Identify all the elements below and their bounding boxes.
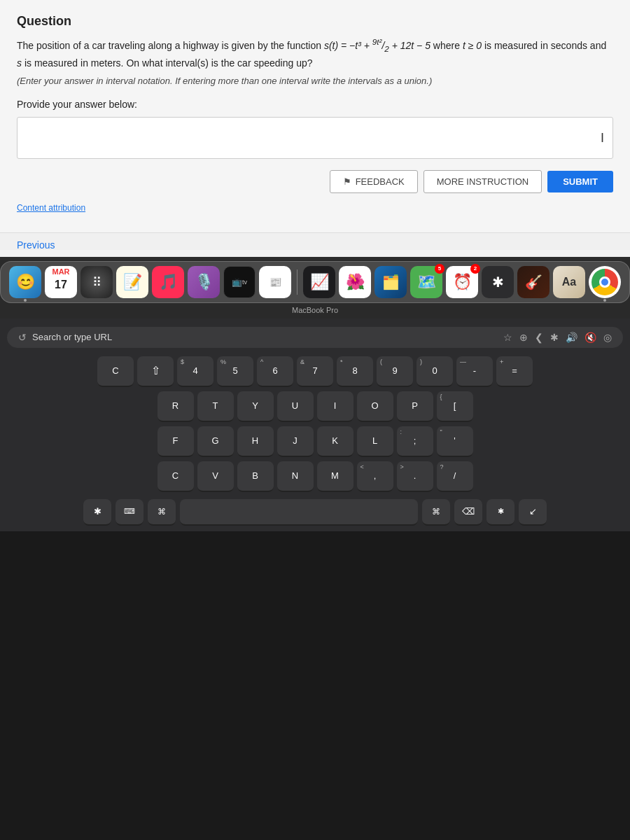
key-g[interactable]: G — [197, 426, 234, 457]
dock-icon-dictionary[interactable]: Aa — [553, 266, 585, 298]
dock-icon-chrome[interactable] — [589, 266, 621, 298]
key-9[interactable]: (9 — [377, 356, 413, 387]
key-fn-settings[interactable]: ✱ — [83, 499, 111, 526]
dock-icon-music[interactable]: 🎵 — [152, 266, 184, 298]
dock-icon-stocks[interactable]: 📈 — [303, 266, 335, 298]
dock-icon-notes[interactable]: 📝 — [116, 266, 148, 298]
content-attribution-link[interactable]: Content attribution — [17, 203, 613, 213]
key-t[interactable]: T — [197, 391, 234, 422]
key-r[interactable]: R — [158, 391, 194, 422]
flag-icon: ⚑ — [343, 176, 351, 187]
dock-macbook-label: MacBook Pro — [292, 306, 338, 314]
previous-link[interactable]: Previous — [17, 239, 55, 251]
key-period[interactable]: >. — [397, 461, 433, 492]
keyboard-row-bottom-special: ✱ ⌨ ⌘ ⌘ ⌫ ✱ ↙ — [7, 499, 623, 526]
reload-icon: ↺ — [18, 332, 27, 343]
address-text[interactable]: Search or type URL — [32, 332, 498, 342]
dock-icon-finder[interactable]: 😊 — [9, 266, 41, 298]
key-equals[interactable]: += — [496, 356, 533, 387]
dock-icon-calendar[interactable]: MAR 17 — [45, 266, 77, 298]
key-4[interactable]: $4 — [177, 356, 214, 387]
dock-icon-bluetooth[interactable]: ✱ — [482, 266, 514, 298]
keyboard-row-top: R T Y U I O P {[ — [7, 391, 623, 422]
submit-button[interactable]: SUBMIT — [547, 171, 613, 192]
key-quote[interactable]: "' — [437, 426, 473, 457]
keyboard-row-home: F G H J K L :; "' — [7, 426, 623, 457]
key-i[interactable]: I — [317, 391, 354, 422]
key-slash[interactable]: ?/ — [437, 461, 473, 492]
key-p[interactable]: P — [397, 391, 433, 422]
key-j[interactable]: J — [277, 426, 314, 457]
dock-icon-podcasts[interactable]: 🎙️ — [188, 266, 220, 298]
key-k[interactable]: K — [317, 426, 354, 457]
key-n[interactable]: N — [277, 461, 314, 492]
provide-label: Provide your answer below: — [17, 99, 613, 110]
text-cursor: I — [601, 130, 604, 145]
key-7[interactable]: &7 — [297, 356, 333, 387]
browser-action-icons: ☆ ⊕ ❮ ✱ 🔊 🔇 ◎ — [503, 332, 612, 343]
key-fn-bottom[interactable]: ✱ — [486, 499, 514, 526]
key-b[interactable]: B — [237, 461, 274, 492]
key-6[interactable]: ^6 — [257, 356, 293, 387]
dock-icon-clock[interactable]: ⏰ 2 — [446, 266, 478, 298]
more-instruction-button[interactable]: MORE INSTRUCTION — [424, 170, 542, 193]
key-semicolon[interactable]: :; — [397, 426, 433, 457]
key-space[interactable] — [180, 499, 418, 526]
key-arrow-down[interactable]: ↙ — [519, 499, 547, 526]
answer-input-box[interactable]: I — [17, 117, 613, 159]
keyboard: C ⇧ $4 %5 ^6 &7 *8 (9 )0 —- += R T Y U I… — [7, 356, 623, 526]
key-l[interactable]: L — [357, 426, 393, 457]
key-c[interactable]: C — [158, 461, 194, 492]
dock-icon-launchpad[interactable]: ⠿ — [80, 266, 113, 298]
volume-icon[interactable]: 🔊 — [566, 332, 578, 343]
key-u[interactable]: U — [277, 391, 314, 422]
dock-icon-news[interactable]: 📰 — [259, 266, 291, 298]
key-f[interactable]: F — [158, 426, 194, 457]
key-h[interactable]: H — [237, 426, 274, 457]
feedback-button[interactable]: ⚑ FEEDBACK — [330, 170, 418, 193]
keyboard-area: ↺ Search or type URL ☆ ⊕ ❮ ✱ 🔊 🔇 ◎ C ⇧ $… — [0, 318, 630, 531]
dock-icon-keynote[interactable]: 🗂️ — [374, 266, 407, 298]
key-m[interactable]: M — [317, 461, 354, 492]
key-bracket-left[interactable]: {[ — [437, 391, 473, 422]
key-fn-keyboard[interactable]: ⌨ — [115, 499, 144, 526]
dock-icon-photos[interactable]: 🌺 — [339, 266, 371, 298]
dock-divider — [297, 270, 298, 295]
profile-icon[interactable]: ◎ — [603, 332, 612, 343]
question-title: Question — [17, 14, 613, 29]
key-minus[interactable]: —- — [456, 356, 493, 387]
key-y[interactable]: Y — [237, 391, 274, 422]
keyboard-row-bottom: C V B N M <, >. ?/ — [7, 461, 623, 492]
action-buttons: ⚑ FEEDBACK MORE INSTRUCTION SUBMIT — [17, 170, 613, 193]
key-0[interactable]: )0 — [416, 356, 453, 387]
question-panel: Question The position of a car traveling… — [0, 0, 630, 232]
nav-back-icon[interactable]: ❮ — [535, 332, 543, 343]
dock-icon-garageband[interactable]: 🎸 — [517, 266, 550, 298]
key-reload[interactable]: C — [97, 356, 134, 387]
settings-icon[interactable]: ✱ — [550, 332, 559, 343]
key-8[interactable]: *8 — [337, 356, 373, 387]
keyboard-row-numbers: C ⇧ $4 %5 ^6 &7 *8 (9 )0 —- += — [7, 356, 623, 387]
key-o[interactable]: O — [357, 391, 393, 422]
key-v[interactable]: V — [197, 461, 234, 492]
bookmark-icon[interactable]: ☆ — [503, 332, 512, 343]
dock-area: 😊 MAR 17 ⠿ 📝 🎵 🎙️ 📺 tv 📰 — [0, 257, 630, 318]
address-bar[interactable]: ↺ Search or type URL ☆ ⊕ ❮ ✱ 🔊 🔇 ◎ — [7, 327, 623, 348]
maps-badge: 5 — [435, 264, 444, 274]
clock-badge: 2 — [470, 264, 480, 274]
dock-icon-appletv[interactable]: 📺 tv — [223, 266, 255, 298]
key-comma[interactable]: <, — [357, 461, 393, 492]
key-5[interactable]: %5 — [217, 356, 253, 387]
key-cmd-right[interactable]: ⌘ — [422, 499, 450, 526]
mute-icon[interactable]: 🔇 — [584, 332, 596, 343]
dock-bar: 😊 MAR 17 ⠿ 📝 🎵 🎙️ 📺 tv 📰 — [0, 261, 630, 303]
dock-icon-maps[interactable]: 🗺️ 5 — [410, 266, 442, 298]
question-body: The position of a car traveling along a … — [17, 36, 613, 71]
instruction-text: (Enter your answer in interval notation.… — [17, 76, 613, 86]
key-cmd-left[interactable]: ⌘ — [148, 499, 176, 526]
key-backspace[interactable]: ⌫ — [454, 499, 482, 526]
key-shift-left[interactable]: ⇧ — [137, 356, 174, 387]
add-tab-icon[interactable]: ⊕ — [519, 332, 528, 343]
